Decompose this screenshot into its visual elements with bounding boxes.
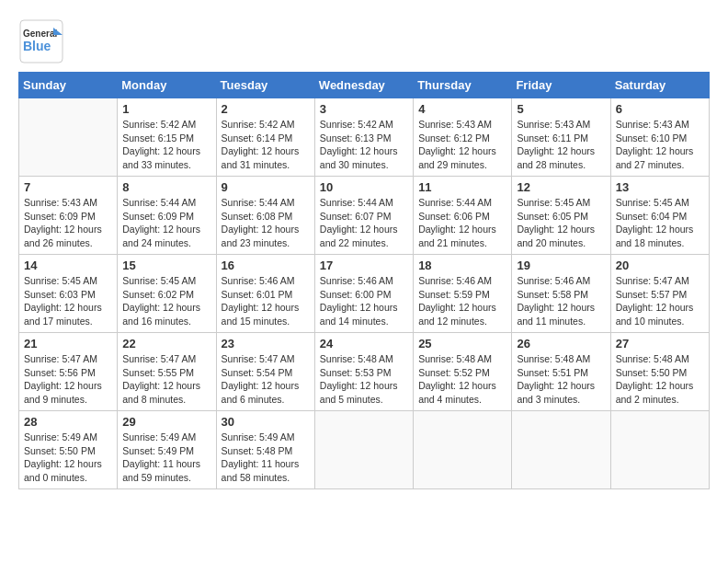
day-number: 5 bbox=[517, 102, 605, 116]
cell-info: Sunrise: 5:48 AM Sunset: 5:52 PM Dayligh… bbox=[418, 352, 506, 407]
day-number: 26 bbox=[517, 337, 605, 350]
calendar-cell: 19Sunrise: 5:46 AM Sunset: 5:58 PM Dayli… bbox=[512, 255, 610, 333]
cell-info: Sunrise: 5:45 AM Sunset: 6:03 PM Dayligh… bbox=[24, 274, 112, 328]
cell-info: Sunrise: 5:48 AM Sunset: 5:51 PM Dayligh… bbox=[517, 352, 605, 407]
day-number: 2 bbox=[222, 102, 310, 116]
calendar-cell: 13Sunrise: 5:45 AM Sunset: 6:04 PM Dayli… bbox=[610, 177, 709, 255]
cell-info: Sunrise: 5:42 AM Sunset: 6:14 PM Dayligh… bbox=[222, 118, 310, 172]
calendar-week-row: 1Sunrise: 5:42 AM Sunset: 6:15 PM Daylig… bbox=[19, 98, 710, 177]
day-number: 22 bbox=[122, 337, 210, 350]
cell-info: Sunrise: 5:44 AM Sunset: 6:07 PM Dayligh… bbox=[320, 196, 408, 250]
svg-text:Blue: Blue bbox=[23, 39, 51, 53]
calendar-cell: 16Sunrise: 5:46 AM Sunset: 6:01 PM Dayli… bbox=[216, 255, 314, 333]
logo-area: General Blue bbox=[18, 18, 64, 64]
calendar-cell: 21Sunrise: 5:47 AM Sunset: 5:56 PM Dayli… bbox=[19, 333, 118, 411]
calendar-cell: 2Sunrise: 5:42 AM Sunset: 6:14 PM Daylig… bbox=[216, 98, 314, 177]
calendar-cell: 5Sunrise: 5:43 AM Sunset: 6:11 PM Daylig… bbox=[512, 98, 610, 177]
day-number: 23 bbox=[222, 337, 310, 350]
cell-info: Sunrise: 5:49 AM Sunset: 5:48 PM Dayligh… bbox=[222, 431, 310, 485]
calendar-cell bbox=[512, 411, 610, 489]
cell-info: Sunrise: 5:47 AM Sunset: 5:55 PM Dayligh… bbox=[122, 352, 210, 407]
day-number: 1 bbox=[122, 102, 210, 116]
calendar-cell: 15Sunrise: 5:45 AM Sunset: 6:02 PM Dayli… bbox=[118, 255, 216, 333]
day-number: 12 bbox=[517, 180, 605, 194]
day-number: 24 bbox=[320, 337, 408, 350]
calendar-cell: 29Sunrise: 5:49 AM Sunset: 5:49 PM Dayli… bbox=[118, 411, 216, 489]
cell-info: Sunrise: 5:44 AM Sunset: 6:06 PM Dayligh… bbox=[418, 196, 506, 250]
calendar-cell: 20Sunrise: 5:47 AM Sunset: 5:57 PM Dayli… bbox=[610, 255, 709, 333]
calendar-cell: 9Sunrise: 5:44 AM Sunset: 6:08 PM Daylig… bbox=[216, 177, 314, 255]
cell-info: Sunrise: 5:46 AM Sunset: 6:00 PM Dayligh… bbox=[320, 274, 408, 328]
svg-text:General: General bbox=[23, 29, 57, 39]
calendar-cell: 30Sunrise: 5:49 AM Sunset: 5:48 PM Dayli… bbox=[216, 411, 314, 489]
day-number: 6 bbox=[616, 102, 704, 116]
weekday-header: Wednesday bbox=[314, 73, 413, 98]
cell-info: Sunrise: 5:49 AM Sunset: 5:49 PM Dayligh… bbox=[122, 431, 210, 485]
cell-info: Sunrise: 5:43 AM Sunset: 6:11 PM Dayligh… bbox=[517, 118, 605, 172]
calendar-cell: 7Sunrise: 5:43 AM Sunset: 6:09 PM Daylig… bbox=[19, 177, 118, 255]
calendar-cell: 23Sunrise: 5:47 AM Sunset: 5:54 PM Dayli… bbox=[216, 333, 314, 411]
weekday-header: Sunday bbox=[19, 73, 118, 98]
calendar-week-row: 7Sunrise: 5:43 AM Sunset: 6:09 PM Daylig… bbox=[19, 177, 710, 255]
cell-info: Sunrise: 5:46 AM Sunset: 6:01 PM Dayligh… bbox=[222, 274, 310, 328]
calendar-cell: 26Sunrise: 5:48 AM Sunset: 5:51 PM Dayli… bbox=[512, 333, 610, 411]
calendar-cell: 8Sunrise: 5:44 AM Sunset: 6:09 PM Daylig… bbox=[118, 177, 216, 255]
cell-info: Sunrise: 5:48 AM Sunset: 5:50 PM Dayligh… bbox=[616, 352, 704, 407]
calendar-cell bbox=[19, 98, 118, 177]
day-number: 14 bbox=[24, 259, 112, 272]
calendar-cell: 11Sunrise: 5:44 AM Sunset: 6:06 PM Dayli… bbox=[414, 177, 512, 255]
day-number: 20 bbox=[616, 259, 704, 272]
calendar-cell: 27Sunrise: 5:48 AM Sunset: 5:50 PM Dayli… bbox=[610, 333, 709, 411]
day-number: 3 bbox=[320, 102, 408, 116]
day-number: 17 bbox=[320, 259, 408, 272]
weekday-header: Monday bbox=[118, 73, 216, 98]
calendar-cell: 22Sunrise: 5:47 AM Sunset: 5:55 PM Dayli… bbox=[118, 333, 216, 411]
calendar-cell: 14Sunrise: 5:45 AM Sunset: 6:03 PM Dayli… bbox=[19, 255, 118, 333]
calendar-cell bbox=[314, 411, 413, 489]
cell-info: Sunrise: 5:44 AM Sunset: 6:08 PM Dayligh… bbox=[222, 196, 310, 250]
day-number: 28 bbox=[24, 415, 112, 429]
day-number: 4 bbox=[418, 102, 506, 116]
cell-info: Sunrise: 5:45 AM Sunset: 6:02 PM Dayligh… bbox=[122, 274, 210, 328]
cell-info: Sunrise: 5:47 AM Sunset: 5:56 PM Dayligh… bbox=[24, 352, 112, 407]
cell-info: Sunrise: 5:43 AM Sunset: 6:09 PM Dayligh… bbox=[24, 196, 112, 250]
cell-info: Sunrise: 5:42 AM Sunset: 6:15 PM Dayligh… bbox=[122, 118, 210, 172]
calendar-cell: 10Sunrise: 5:44 AM Sunset: 6:07 PM Dayli… bbox=[314, 177, 413, 255]
calendar-cell: 25Sunrise: 5:48 AM Sunset: 5:52 PM Dayli… bbox=[414, 333, 512, 411]
day-number: 30 bbox=[222, 415, 310, 429]
cell-info: Sunrise: 5:46 AM Sunset: 5:58 PM Dayligh… bbox=[517, 274, 605, 328]
day-number: 13 bbox=[616, 180, 704, 194]
day-number: 16 bbox=[222, 259, 310, 272]
calendar-cell: 24Sunrise: 5:48 AM Sunset: 5:53 PM Dayli… bbox=[314, 333, 413, 411]
cell-info: Sunrise: 5:48 AM Sunset: 5:53 PM Dayligh… bbox=[320, 352, 408, 407]
calendar-cell: 3Sunrise: 5:42 AM Sunset: 6:13 PM Daylig… bbox=[314, 98, 413, 177]
calendar-cell: 1Sunrise: 5:42 AM Sunset: 6:15 PM Daylig… bbox=[118, 98, 216, 177]
calendar-week-row: 14Sunrise: 5:45 AM Sunset: 6:03 PM Dayli… bbox=[19, 255, 710, 333]
weekday-header: Saturday bbox=[610, 73, 709, 98]
cell-info: Sunrise: 5:43 AM Sunset: 6:12 PM Dayligh… bbox=[418, 118, 506, 172]
day-number: 11 bbox=[418, 180, 506, 194]
day-number: 7 bbox=[24, 180, 112, 194]
cell-info: Sunrise: 5:46 AM Sunset: 5:59 PM Dayligh… bbox=[418, 274, 506, 328]
calendar-cell bbox=[610, 411, 709, 489]
cell-info: Sunrise: 5:43 AM Sunset: 6:10 PM Dayligh… bbox=[616, 118, 704, 172]
calendar: SundayMondayTuesdayWednesdayThursdayFrid… bbox=[18, 72, 710, 489]
day-number: 21 bbox=[24, 337, 112, 350]
calendar-cell: 28Sunrise: 5:49 AM Sunset: 5:50 PM Dayli… bbox=[19, 411, 118, 489]
logo-icon: General Blue bbox=[18, 18, 64, 64]
day-number: 9 bbox=[222, 180, 310, 194]
calendar-cell: 6Sunrise: 5:43 AM Sunset: 6:10 PM Daylig… bbox=[610, 98, 709, 177]
cell-info: Sunrise: 5:42 AM Sunset: 6:13 PM Dayligh… bbox=[320, 118, 408, 172]
calendar-week-row: 21Sunrise: 5:47 AM Sunset: 5:56 PM Dayli… bbox=[19, 333, 710, 411]
day-number: 10 bbox=[320, 180, 408, 194]
calendar-week-row: 28Sunrise: 5:49 AM Sunset: 5:50 PM Dayli… bbox=[19, 411, 710, 489]
day-number: 25 bbox=[418, 337, 506, 350]
calendar-cell: 17Sunrise: 5:46 AM Sunset: 6:00 PM Dayli… bbox=[314, 255, 413, 333]
day-number: 8 bbox=[122, 180, 210, 194]
calendar-cell: 18Sunrise: 5:46 AM Sunset: 5:59 PM Dayli… bbox=[414, 255, 512, 333]
day-number: 29 bbox=[122, 415, 210, 429]
calendar-cell: 4Sunrise: 5:43 AM Sunset: 6:12 PM Daylig… bbox=[414, 98, 512, 177]
weekday-header: Tuesday bbox=[216, 73, 314, 98]
day-number: 19 bbox=[517, 259, 605, 272]
calendar-cell: 12Sunrise: 5:45 AM Sunset: 6:05 PM Dayli… bbox=[512, 177, 610, 255]
